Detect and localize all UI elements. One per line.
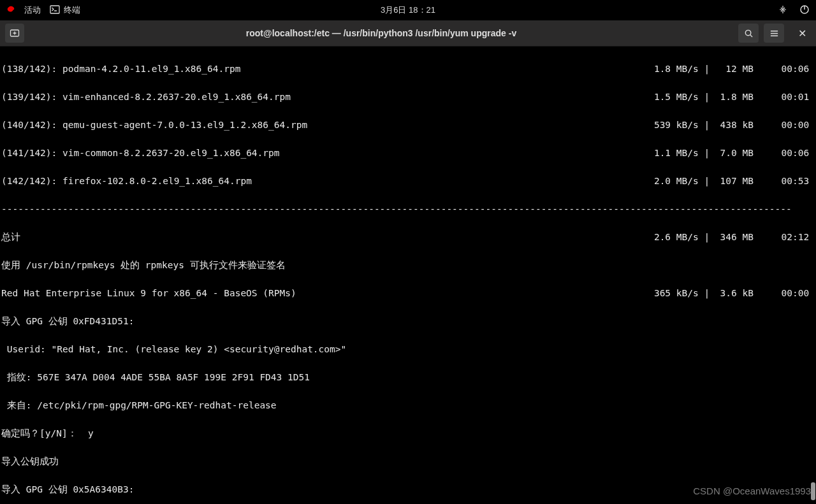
- network-icon[interactable]: [778, 4, 788, 17]
- gpg-ok: 导入公钥成功: [1, 454, 815, 468]
- svg-line-6: [750, 34, 752, 36]
- download-row: (139/142): vim-enhanced-8.2.2637-20.el9_…: [1, 90, 815, 104]
- app-label: 终端: [64, 4, 80, 16]
- new-tab-button[interactable]: [5, 24, 24, 43]
- repo-row: Red Hat Enterprise Linux 9 for x86_64 - …: [1, 286, 815, 300]
- watermark: CSDN @OceanWaves1993: [693, 486, 811, 496]
- verify-line: 使用 /usr/bin/rpmkeys 处的 rpmkeys 可执行文件来验证签…: [1, 258, 815, 272]
- topbar-left: 活动 终端: [6, 4, 80, 17]
- download-row: (141/142): vim-common-8.2.2637-20.el9_1.…: [1, 146, 815, 160]
- download-row: (142/142): firefox-102.8.0-2.el9_1.x86_6…: [1, 174, 815, 188]
- svg-point-5: [745, 30, 750, 35]
- power-icon[interactable]: [799, 4, 810, 17]
- window-controls: ✕: [738, 24, 811, 43]
- terminal-icon: [50, 4, 60, 17]
- download-row: (138/142): podman-4.2.0-11.el9_1.x86_64.…: [1, 62, 815, 76]
- gpg-fingerprint: 指纹: 567E 347A D004 4ADE 55BA 8A5F 199E 2…: [1, 370, 815, 384]
- svg-rect-0: [50, 6, 59, 13]
- separator-line: ----------------------------------------…: [1, 202, 815, 216]
- download-row: (140/142): qemu-guest-agent-7.0.0-13.el9…: [1, 118, 815, 132]
- app-menu[interactable]: 终端: [50, 4, 80, 17]
- topbar-right: [778, 4, 810, 17]
- hamburger-menu-button[interactable]: [764, 24, 784, 43]
- clock[interactable]: 3月6日 18：21: [381, 4, 435, 16]
- gpg-from: 来自: /etc/pki/rpm-gpg/RPM-GPG-KEY-redhat-…: [1, 398, 815, 412]
- close-button[interactable]: ✕: [793, 27, 811, 40]
- svg-point-1: [782, 8, 784, 10]
- gpg-confirm: 确定吗？[y/N]： y: [1, 426, 815, 440]
- search-button[interactable]: [738, 24, 759, 43]
- scrollbar-thumb[interactable]: [811, 482, 815, 500]
- activities-button[interactable]: 活动: [24, 4, 41, 16]
- terminal-output[interactable]: (138/142): podman-4.2.0-11.el9_1.x86_64.…: [0, 47, 816, 504]
- total-row: 总计2.6 MB/s | 346 MB 02:12: [1, 230, 815, 244]
- activities-label: 活动: [24, 4, 41, 16]
- gpg-import: 导入 GPG 公钥 0xFD431D51:: [1, 314, 815, 328]
- gnome-topbar: 活动 终端 3月6日 18：21: [0, 0, 816, 20]
- gpg-userid: Userid: "Red Hat, Inc. (release key 2) <…: [1, 342, 815, 356]
- window-title: root@localhost:/etc — /usr/bin/python3 /…: [24, 28, 738, 38]
- redhat-logo-icon: [6, 5, 15, 16]
- window-titlebar: root@localhost:/etc — /usr/bin/python3 /…: [0, 20, 816, 47]
